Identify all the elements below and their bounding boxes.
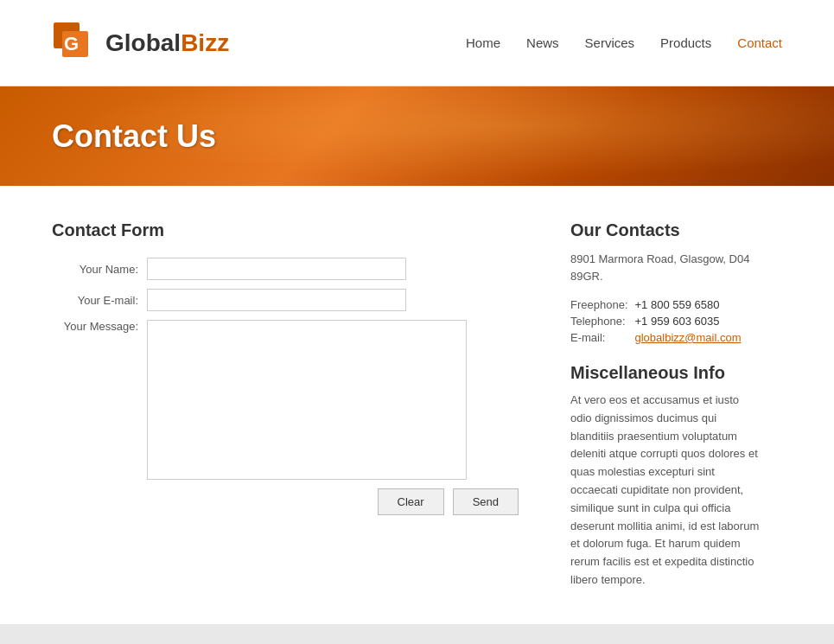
email-input[interactable]	[147, 289, 406, 311]
logo-bizz: Bizz	[181, 29, 229, 56]
message-label: Your Message:	[52, 320, 147, 333]
contact-form-heading: Contact Form	[52, 220, 519, 240]
form-buttons: Clear Send	[52, 488, 519, 515]
name-input[interactable]	[147, 258, 406, 280]
email-label: Your E-mail:	[52, 294, 147, 307]
misc-section: Miscellaneous Info At vero eos et accusa…	[570, 363, 761, 590]
header: G GlobalBizz Home News Services Products…	[0, 0, 834, 86]
contact-details: Freephone: +1 800 559 6580 Telephone: +1…	[570, 296, 761, 346]
telephone-label: Telephone:	[570, 313, 635, 329]
address: 8901 Marmora Road, Glasgow, D04 89GR.	[570, 251, 761, 284]
email-row: Your E-mail:	[52, 289, 519, 311]
message-row: Your Message:	[52, 320, 519, 480]
contact-form-section: Contact Form Your Name: Your E-mail: You…	[52, 220, 519, 590]
email-label: E-mail:	[570, 329, 635, 346]
freephone-value: +1 800 559 6580	[635, 296, 748, 313]
nav-contact[interactable]: Contact	[737, 35, 782, 50]
freephone-label: Freephone:	[570, 296, 635, 313]
misc-heading: Miscellaneous Info	[570, 363, 761, 383]
main-nav: Home News Services Products Contact	[466, 35, 782, 50]
page-title: Contact Us	[52, 118, 216, 155]
footer: Toll Free: 1-800 123 45 67 Website Templ…	[0, 624, 834, 644]
clear-button[interactable]: Clear	[378, 488, 444, 515]
telephone-value: +1 959 603 6035	[635, 313, 748, 329]
name-label: Your Name:	[52, 263, 147, 276]
email-link[interactable]: globalbizz@mail.com	[635, 331, 742, 344]
logo-area: G GlobalBizz	[52, 21, 229, 66]
main-content: Contact Form Your Name: Your E-mail: You…	[0, 186, 834, 624]
our-contacts-heading: Our Contacts	[570, 220, 761, 240]
name-row: Your Name:	[52, 258, 519, 280]
misc-text: At vero eos et accusamus et iusto odio d…	[570, 392, 761, 590]
logo-global: Global	[105, 29, 181, 56]
send-button[interactable]: Send	[453, 488, 519, 515]
nav-products[interactable]: Products	[660, 35, 711, 50]
logo-text: GlobalBizz	[105, 29, 229, 57]
nav-news[interactable]: News	[526, 35, 559, 50]
hero-banner: Contact Us	[0, 86, 834, 186]
message-textarea[interactable]	[147, 320, 467, 480]
nav-services[interactable]: Services	[585, 35, 635, 50]
svg-text:G: G	[64, 33, 79, 54]
logo-icon: G	[52, 21, 97, 66]
nav-home[interactable]: Home	[466, 35, 500, 50]
contacts-section: Our Contacts 8901 Marmora Road, Glasgow,…	[570, 220, 761, 590]
